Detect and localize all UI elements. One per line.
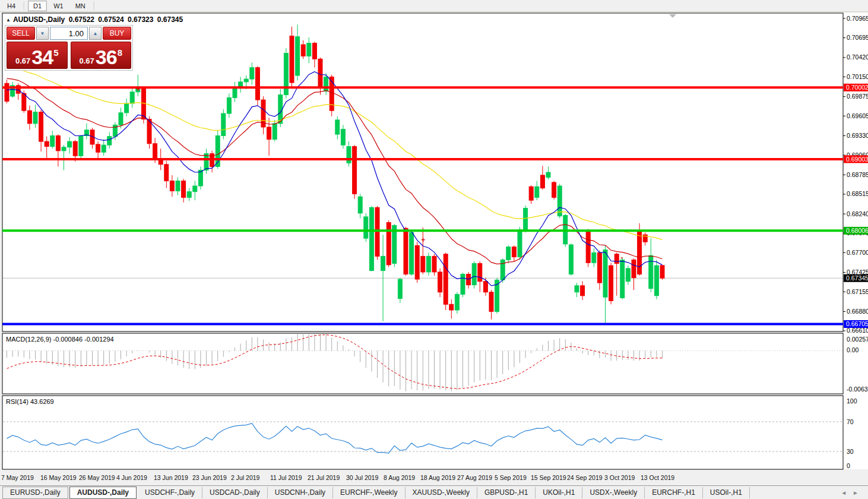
candle-body	[455, 294, 459, 310]
candle-body	[267, 127, 271, 140]
date-label: 13 Oct 2019	[641, 474, 674, 481]
price-tick-label: 0.70420	[847, 53, 868, 61]
candle-body	[575, 286, 579, 292]
date-label: 15 Sep 2019	[531, 474, 566, 481]
buy-price-prefix: 0.67	[80, 56, 94, 65]
sell-price-box[interactable]: 0.67 34 5	[7, 42, 68, 69]
chart-tab-usoil-h1[interactable]: USOil-,H1	[703, 487, 750, 498]
macd-indicator-label: MACD(12,26,9) -0.000846 -0.001294	[6, 336, 114, 343]
chart-tab-xauusd-weekly[interactable]: XAUUSD-,Weekly	[406, 487, 477, 498]
candle-body	[387, 223, 391, 265]
candle-body	[119, 113, 123, 125]
sell-button[interactable]: SELL	[7, 27, 35, 40]
chart-tab-usdcnh-daily[interactable]: USDCNH-,Daily	[268, 487, 333, 498]
price-tick-label: 0.66610	[847, 327, 868, 334]
tab-scroll-left-icon[interactable]: ◄	[841, 489, 847, 496]
candle-body	[307, 43, 311, 56]
time-axis[interactable]: 7 May 201916 May 201926 May 20194 Jun 20…	[1, 474, 674, 481]
buy-price-big: 36	[96, 46, 117, 68]
date-label: 5 Sep 2019	[495, 474, 527, 481]
candle-body	[318, 59, 322, 87]
rsi-pane	[2, 396, 843, 469]
buy-price-box[interactable]: 0.67 36 8	[71, 42, 132, 69]
chart-tab-usdx-weekly[interactable]: USDX-,Weekly	[582, 487, 645, 498]
candle-body	[410, 233, 414, 274]
buy-button[interactable]: BUY	[103, 27, 131, 40]
candle-body	[614, 254, 619, 264]
candle-body	[398, 279, 402, 299]
one-click-trade-panel: SELL ▼ ▲ BUY 0.67 34 5 0.67 36 8	[5, 25, 133, 71]
candle-body	[483, 282, 487, 292]
chart-tab-eurchf-weekly[interactable]: EURCHF-,Weekly	[333, 487, 405, 498]
sell-price-pip: 5	[53, 48, 58, 58]
candle-body	[535, 187, 539, 197]
candle-body	[341, 130, 345, 146]
candle-body	[529, 187, 533, 200]
candle-body	[552, 182, 556, 197]
chart-tab-gbpusd-h1[interactable]: GBPUSD-,H1	[477, 487, 536, 498]
candle-body	[296, 37, 300, 75]
candle-body	[603, 250, 607, 297]
candle-body	[198, 170, 202, 186]
lot-size-input[interactable]	[50, 27, 88, 40]
rsi-indicator-label: RSI(14) 43.6269	[6, 398, 54, 405]
candle-body	[381, 256, 385, 270]
chart-tab-usdchf-daily[interactable]: USDCHF-,Daily	[138, 487, 202, 498]
ohlc-high: 0.67524	[98, 15, 123, 24]
candle-body	[182, 181, 186, 198]
date-label: 23 Jun 2019	[192, 474, 227, 481]
trade-panel-prices: 0.67 34 5 0.67 36 8	[7, 42, 131, 69]
price-tick-label: 0.67700	[847, 249, 868, 256]
candle-body	[250, 68, 254, 79]
level-badge: 0.70002	[844, 84, 868, 91]
price-tick-label: 0.67155	[847, 288, 868, 295]
date-label: 21 Jul 2019	[308, 474, 340, 481]
rsi-axis-label: 0	[847, 462, 850, 469]
candle-body	[5, 83, 9, 101]
candle-body	[50, 135, 55, 146]
candle-body	[255, 68, 259, 100]
candle-body	[107, 137, 112, 145]
candle-body	[632, 260, 636, 277]
date-label: 26 May 2019	[79, 474, 115, 481]
candle-body	[626, 269, 630, 282]
rsi-axis-label: 30	[847, 448, 854, 455]
candle-body	[227, 97, 231, 113]
chart-tab-bar: EURUSD-,DailyAUDUSD-,DailyUSDCHF-,DailyU…	[0, 485, 868, 499]
candle-body	[524, 208, 528, 229]
date-label: 2 Jul 2019	[231, 474, 260, 481]
chart-tab-eurusd-daily[interactable]: EURUSD-,Daily	[2, 487, 68, 499]
chart-tab-audusd-daily[interactable]: AUDUSD-,Daily	[69, 487, 137, 499]
tab-scroll-arrows: ◄►	[841, 489, 859, 496]
candle-body	[221, 113, 226, 135]
date-label: 8 Aug 2019	[384, 474, 415, 481]
candle-body	[312, 43, 316, 59]
lot-decrease-button[interactable]: ▼	[36, 27, 49, 40]
level-badge-text: 0.69003	[846, 156, 868, 163]
candle-body	[438, 272, 442, 292]
chart-tab-eurchf-h1[interactable]: EURCHF-,H1	[645, 487, 703, 498]
candle-body	[364, 217, 368, 238]
candle-body	[546, 172, 550, 177]
candle-body	[324, 77, 328, 91]
lot-increase-button[interactable]: ▲	[89, 27, 102, 40]
trade-panel-toggle-icon[interactable]: ▲	[6, 17, 11, 23]
level-badge: 0.66705	[844, 320, 868, 328]
candle-body	[609, 266, 613, 301]
chart-title: ▲AUDUSD-,Daily 0.67522 0.67524 0.67323 0…	[6, 15, 185, 24]
trade-marker: +	[136, 85, 140, 93]
candle-body	[73, 141, 77, 156]
chart-canvas[interactable]: 0.709650.706950.704200.701500.698750.696…	[0, 0, 868, 485]
candle-body	[187, 192, 191, 198]
candle-body	[415, 245, 419, 279]
candle-body	[244, 79, 248, 82]
candle-body	[654, 266, 658, 296]
candle-body	[432, 256, 436, 272]
candle-body	[353, 147, 357, 194]
tab-scroll-right-icon[interactable]: ►	[853, 489, 859, 496]
price-tick-label: 0.66880	[847, 308, 868, 315]
trade-marker: +	[421, 236, 425, 244]
chart-tab-usdcad-daily[interactable]: USDCAD-,Daily	[202, 487, 268, 498]
level-badge: 0.68006	[844, 227, 868, 235]
chart-tab-ukoil-h1[interactable]: UKOil-,H1	[536, 487, 582, 498]
